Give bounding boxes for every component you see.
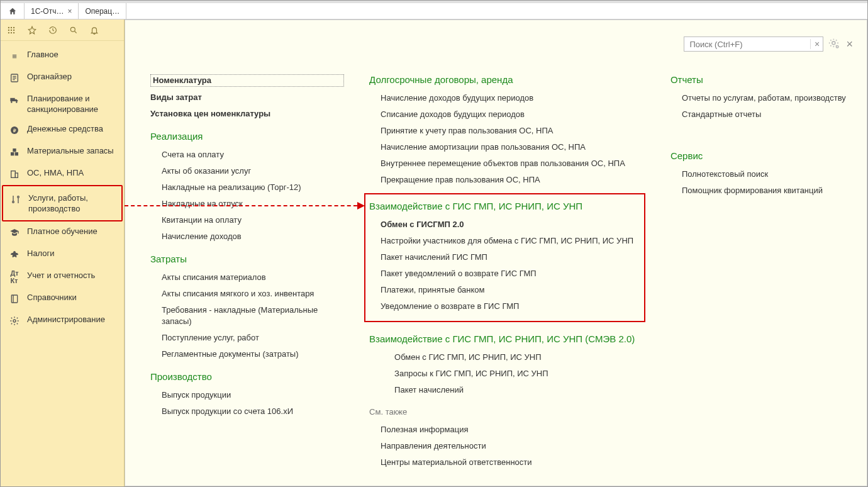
link-item[interactable]: Платежи, принятые банком <box>381 284 635 296</box>
link-item[interactable]: Поступление услуг, работ <box>162 332 344 344</box>
svg-point-21 <box>13 320 16 322</box>
link-item[interactable]: Накладные на отпуск <box>162 198 344 210</box>
svg-rect-20 <box>11 295 17 303</box>
nav-planning[interactable]: Планирование и санкционирование <box>1 89 124 119</box>
link-item[interactable]: Отчеты по услугам, работам, производству <box>682 92 847 104</box>
section-long-contracts[interactable]: Долгосрочные договоры, аренда <box>369 74 645 85</box>
link-item[interactable]: Начисление доходов будущих периодов <box>381 92 645 104</box>
svg-point-1 <box>10 26 11 28</box>
link-item[interactable]: Пакет начислений <box>394 384 645 396</box>
cap-icon <box>8 227 21 239</box>
svg-point-2 <box>13 26 14 28</box>
svg-rect-16 <box>11 171 16 178</box>
link-item[interactable]: Настройки участников для обмена с ГИС ГМ… <box>381 235 635 247</box>
nav-money[interactable]: ₽Денежные средства <box>1 119 124 141</box>
nav-main[interactable]: ≡Главное <box>1 45 124 67</box>
sliders-icon <box>9 193 22 206</box>
link-item[interactable]: Помощник формирования квитанций <box>682 185 847 196</box>
link-item[interactable]: Полнотекстовый поиск <box>682 169 847 180</box>
home-icon <box>8 7 17 16</box>
link-item[interactable]: Счета на оплату <box>162 149 344 160</box>
link-item[interactable]: Начисление доходов <box>162 231 344 242</box>
link-item[interactable]: Выпуск продукции <box>162 389 344 401</box>
nav-services[interactable]: Услуги, работы, производство <box>2 185 123 221</box>
grid-icon[interactable] <box>1 20 21 41</box>
link-item[interactable]: Регламентные документы (затраты) <box>162 349 344 360</box>
svg-point-7 <box>10 31 11 33</box>
tab-1[interactable]: 1С-Отч… × <box>25 3 79 19</box>
ruble-icon: ₽ <box>8 124 21 137</box>
link-item[interactable]: Накладные на реализацию (Торг-12) <box>162 182 344 193</box>
tab-bar: 1С-Отч… × Операц… <box>1 3 867 20</box>
highlighted-gis-block: Взаимодействие с ГИС ГМП, ИС РНИП, ИС УН… <box>364 193 645 322</box>
nav-accounting[interactable]: ДтКтУчет и отчетность <box>1 266 124 288</box>
svg-rect-17 <box>15 173 18 177</box>
link-item[interactable]: Списание доходов будущих периодов <box>381 109 645 120</box>
link-item[interactable]: Обмен с ГИСГМП 2.0 <box>381 219 635 230</box>
bell-icon[interactable] <box>84 20 104 41</box>
nav-admin[interactable]: Администрирование <box>1 310 124 332</box>
svg-point-0 <box>8 26 9 28</box>
link-item[interactable]: Стандартные отчеты <box>682 109 847 120</box>
link-nomenclature[interactable]: Номенклатура <box>150 74 344 87</box>
link-item[interactable]: Выпуск продукции со счета 106.хИ <box>162 406 344 417</box>
search-icon[interactable] <box>63 20 84 41</box>
link-item[interactable]: Квитанции на оплату <box>162 215 344 226</box>
link-item[interactable]: Принятие к учету прав пользования ОС, НП… <box>381 125 645 137</box>
star-icon[interactable] <box>21 20 42 41</box>
link-item[interactable]: Внутреннее перемещение объектов прав пол… <box>381 158 645 169</box>
book-icon <box>8 293 21 305</box>
svg-rect-15 <box>13 148 16 152</box>
svg-rect-14 <box>15 152 18 155</box>
report-icon: ДтКт <box>8 271 21 283</box>
link-item[interactable]: Акты списания мягкого и хоз. инвентаря <box>162 288 344 299</box>
section-gis[interactable]: Взаимодействие с ГИС ГМП, ИС РНИП, ИС УН… <box>369 201 635 211</box>
eagle-icon <box>8 249 21 261</box>
section-realization[interactable]: Реализация <box>150 131 344 142</box>
menu-icon: ≡ <box>8 50 21 62</box>
link-cost-kinds[interactable]: Виды затрат <box>150 92 344 103</box>
link-item[interactable]: Акты списания материалов <box>162 272 344 283</box>
link-item[interactable]: Пакет уведомлений о возврате ГИС ГМП <box>381 268 635 279</box>
tab-2[interactable]: Операц… <box>79 3 126 19</box>
close-icon[interactable]: × <box>67 7 72 16</box>
link-item[interactable]: Направления деятельности <box>381 440 645 452</box>
tab-label: 1С-Отч… <box>31 7 64 16</box>
see-also-label: См. также <box>369 407 645 417</box>
svg-point-4 <box>10 29 11 30</box>
nav-stocks[interactable]: Материальные запасы <box>1 141 124 163</box>
link-item[interactable]: Прекращение прав пользования ОС, НПА <box>381 174 645 186</box>
svg-point-9 <box>70 27 75 31</box>
nav-organizer[interactable]: Органайзер <box>1 67 124 89</box>
main-panel: × × Номенклатура Виды затрат Установка ц… <box>125 20 867 486</box>
link-item[interactable]: Начисление амортизации прав пользования … <box>381 142 645 153</box>
link-item[interactable]: Полезная информация <box>381 424 645 435</box>
building-icon <box>8 168 21 181</box>
home-tab[interactable] <box>1 3 25 19</box>
svg-point-6 <box>8 31 9 33</box>
section-reports[interactable]: Отчеты <box>670 74 847 85</box>
link-item[interactable]: Центры материальной ответственности <box>381 457 645 468</box>
nav-list: ≡Главное Органайзер Планирование и санкц… <box>1 41 124 335</box>
annotation-arrow <box>125 205 364 206</box>
link-set-prices[interactable]: Установка цен номенклатуры <box>150 108 344 120</box>
nav-taxes[interactable]: Налоги <box>1 244 124 266</box>
link-item[interactable]: Запросы к ГИС ГМП, ИС РНИП, ИС УНП <box>394 368 645 379</box>
nav-paid-edu[interactable]: Платное обучение <box>1 221 124 244</box>
tab-label: Операц… <box>85 7 120 16</box>
link-item[interactable]: Акты об оказании услуг <box>162 165 344 177</box>
history-icon[interactable] <box>42 20 63 41</box>
section-production[interactable]: Производство <box>150 371 344 382</box>
link-item[interactable]: Обмен с ГИС ГМП, ИС РНИП, ИС УНП <box>394 352 645 363</box>
quick-toolbar <box>1 20 124 41</box>
svg-point-8 <box>13 31 14 33</box>
nav-refs[interactable]: Справочники <box>1 288 124 310</box>
section-service[interactable]: Сервис <box>670 150 847 161</box>
link-item[interactable]: Уведомление о возврате в ГИС ГМП <box>381 301 635 312</box>
link-item[interactable]: Пакет начислений ГИС ГМП <box>381 252 635 263</box>
svg-point-19 <box>18 196 19 198</box>
nav-os[interactable]: ОС, НМА, НПА <box>1 163 124 185</box>
link-item[interactable]: Требования - накладные (Материальные зап… <box>162 305 344 327</box>
section-costs[interactable]: Затраты <box>150 254 344 264</box>
section-smev[interactable]: Взаимодействие с ГИС ГМП, ИС РНИП, ИС УН… <box>369 333 645 344</box>
